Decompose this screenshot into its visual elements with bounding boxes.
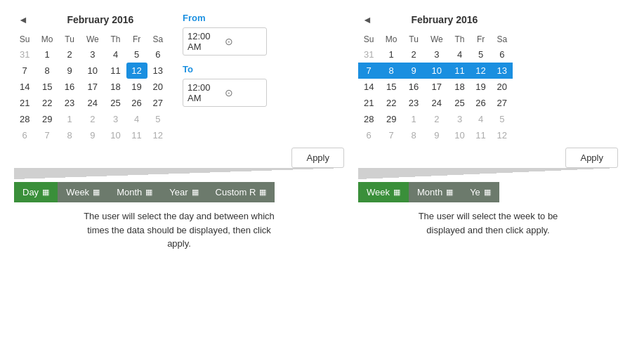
left-apply-button[interactable]: Apply bbox=[291, 148, 344, 168]
calendar-day[interactable]: 7 bbox=[379, 127, 403, 143]
tab-month[interactable]: Month ▦ bbox=[409, 182, 461, 202]
calendar-day[interactable]: 16 bbox=[59, 79, 80, 95]
calendar-day[interactable]: 4 bbox=[449, 46, 471, 63]
calendar-day[interactable]: 10 bbox=[105, 127, 126, 143]
calendar-day[interactable]: 28 bbox=[358, 111, 379, 127]
calendar-day[interactable]: 13 bbox=[492, 63, 513, 79]
calendar-day[interactable]: 2 bbox=[59, 46, 80, 63]
calendar-day[interactable]: 12 bbox=[492, 127, 513, 143]
calendar-day[interactable]: 23 bbox=[59, 95, 80, 111]
calendar-day[interactable]: 25 bbox=[449, 95, 471, 111]
calendar-day[interactable]: 9 bbox=[424, 127, 449, 143]
calendar-day[interactable]: 10 bbox=[424, 63, 449, 79]
calendar-day[interactable]: 6 bbox=[147, 46, 169, 63]
calendar-day[interactable]: 13 bbox=[147, 63, 169, 79]
calendar-day[interactable]: 8 bbox=[379, 63, 403, 79]
calendar-day[interactable]: 17 bbox=[424, 79, 449, 95]
tab-week[interactable]: Week ▦ bbox=[58, 182, 108, 202]
calendar-day[interactable]: 15 bbox=[379, 79, 403, 95]
calendar-day[interactable]: 1 bbox=[379, 46, 403, 63]
calendar-day[interactable]: 17 bbox=[80, 79, 105, 95]
calendar-day[interactable]: 26 bbox=[471, 95, 492, 111]
calendar-day[interactable]: 11 bbox=[105, 63, 126, 79]
to-input[interactable]: 12:00 AM ⊙ bbox=[183, 79, 267, 107]
calendar-day[interactable]: 4 bbox=[471, 111, 492, 127]
calendar-day[interactable]: 14 bbox=[14, 79, 35, 95]
calendar-day[interactable]: 20 bbox=[492, 79, 513, 95]
calendar-day[interactable]: 31 bbox=[14, 46, 35, 63]
calendar-day[interactable]: 11 bbox=[126, 127, 147, 143]
calendar-day[interactable]: 10 bbox=[80, 63, 105, 79]
from-input[interactable]: 12:00 AM ⊙ bbox=[183, 27, 267, 56]
calendar-day[interactable]: 8 bbox=[403, 127, 424, 143]
calendar-day[interactable]: 9 bbox=[59, 63, 80, 79]
calendar-day[interactable]: 29 bbox=[379, 111, 403, 127]
calendar-day[interactable]: 20 bbox=[147, 79, 169, 95]
calendar-day[interactable]: 8 bbox=[35, 63, 59, 79]
calendar-day[interactable]: 2 bbox=[80, 111, 105, 127]
calendar-day[interactable]: 16 bbox=[403, 79, 424, 95]
calendar-day[interactable]: 1 bbox=[59, 111, 80, 127]
calendar-day[interactable]: 18 bbox=[449, 79, 471, 95]
calendar-day[interactable]: 19 bbox=[471, 79, 492, 95]
calendar-day[interactable]: 5 bbox=[126, 46, 147, 63]
calendar-day[interactable]: 3 bbox=[80, 46, 105, 63]
tab-week[interactable]: Week ▦ bbox=[358, 182, 409, 202]
right-prev-nav[interactable]: ◄ bbox=[358, 13, 376, 27]
calendar-day[interactable]: 14 bbox=[358, 79, 379, 95]
calendar-day[interactable]: 28 bbox=[14, 111, 35, 127]
calendar-day[interactable]: 26 bbox=[126, 95, 147, 111]
calendar-day[interactable]: 7 bbox=[35, 127, 59, 143]
calendar-day[interactable]: 3 bbox=[449, 111, 471, 127]
calendar-day[interactable]: 11 bbox=[471, 127, 492, 143]
tab-day[interactable]: Day ▦ bbox=[14, 182, 58, 202]
calendar-day[interactable]: 10 bbox=[449, 127, 471, 143]
calendar-day[interactable]: 22 bbox=[379, 95, 403, 111]
right-calendar: ◄ February 2016 Su Mo Tu We Th Fr Sa 311… bbox=[358, 13, 513, 143]
calendar-day[interactable]: 2 bbox=[424, 111, 449, 127]
calendar-day[interactable]: 6 bbox=[492, 46, 513, 63]
calendar-day[interactable]: 22 bbox=[35, 95, 59, 111]
calendar-day[interactable]: 3 bbox=[424, 46, 449, 63]
calendar-day[interactable]: 11 bbox=[449, 63, 471, 79]
calendar-day[interactable]: 3 bbox=[105, 111, 126, 127]
tab-month[interactable]: Month ▦ bbox=[108, 182, 161, 202]
calendar-day[interactable]: 6 bbox=[358, 127, 379, 143]
calendar-day[interactable]: 24 bbox=[80, 95, 105, 111]
calendar-day[interactable]: 8 bbox=[59, 127, 80, 143]
calendar-day[interactable]: 27 bbox=[147, 95, 169, 111]
left-prev-nav[interactable]: ◄ bbox=[14, 13, 32, 27]
calendar-day[interactable]: 31 bbox=[358, 46, 379, 63]
calendar-day[interactable]: 21 bbox=[358, 95, 379, 111]
calendar-day[interactable]: 24 bbox=[424, 95, 449, 111]
calendar-day[interactable]: 18 bbox=[105, 79, 126, 95]
calendar-day[interactable]: 27 bbox=[492, 95, 513, 111]
tab-label: Day bbox=[22, 187, 39, 197]
calendar-day[interactable]: 7 bbox=[358, 63, 379, 79]
calendar-day[interactable]: 1 bbox=[35, 46, 59, 63]
calendar-day[interactable]: 4 bbox=[105, 46, 126, 63]
calendar-day[interactable]: 29 bbox=[35, 111, 59, 127]
calendar-day[interactable]: 6 bbox=[14, 127, 35, 143]
calendar-day[interactable]: 15 bbox=[35, 79, 59, 95]
calendar-day[interactable]: 4 bbox=[126, 111, 147, 127]
calendar-day[interactable]: 5 bbox=[147, 111, 169, 127]
calendar-day[interactable]: 1 bbox=[403, 111, 424, 127]
right-apply-button[interactable]: Apply bbox=[565, 148, 618, 168]
calendar-day[interactable]: 21 bbox=[14, 95, 35, 111]
calendar-day[interactable]: 7 bbox=[14, 63, 35, 79]
calendar-day[interactable]: 12 bbox=[126, 63, 147, 79]
calendar-day[interactable]: 12 bbox=[471, 63, 492, 79]
calendar-day[interactable]: 5 bbox=[492, 111, 513, 127]
tab-year[interactable]: Year ▦ bbox=[161, 182, 206, 202]
calendar-day[interactable]: 12 bbox=[147, 127, 169, 143]
calendar-day[interactable]: 5 bbox=[471, 46, 492, 63]
calendar-day[interactable]: 9 bbox=[80, 127, 105, 143]
calendar-day[interactable]: 25 bbox=[105, 95, 126, 111]
calendar-day[interactable]: 23 bbox=[403, 95, 424, 111]
calendar-day[interactable]: 9 bbox=[403, 63, 424, 79]
calendar-day[interactable]: 19 bbox=[126, 79, 147, 95]
tab-custom-r[interactable]: Custom R ▦ bbox=[207, 182, 275, 202]
tab-ye[interactable]: Ye ▦ bbox=[461, 182, 499, 202]
calendar-day[interactable]: 2 bbox=[403, 46, 424, 63]
